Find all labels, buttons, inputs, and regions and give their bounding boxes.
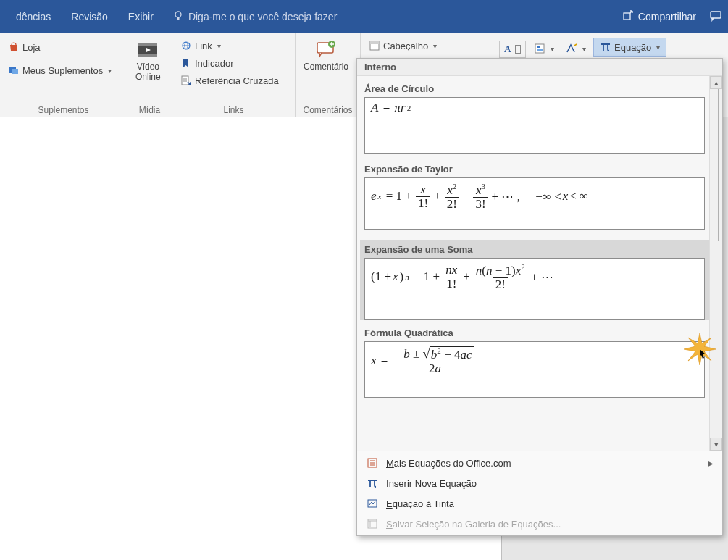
store-icon (8, 41, 20, 53)
wordart-icon (566, 43, 577, 54)
group-label-links: Links (177, 104, 290, 115)
gallery-footer: Mais Equações do Office.com ▶ Inserir No… (357, 451, 722, 535)
svg-rect-5 (12, 69, 18, 74)
header-button[interactable]: Cabeçalho ▾ (365, 38, 440, 54)
ink-equation-item[interactable]: Equação à Tinta (357, 493, 722, 514)
svg-rect-8 (138, 54, 157, 57)
wordart-button[interactable]: ▾ (562, 41, 590, 57)
insert-new-equation-item[interactable]: Inserir Nova Equação (357, 473, 722, 493)
chevron-down-icon: ▾ (582, 45, 586, 53)
bookmark-button[interactable]: Indicador (177, 55, 237, 71)
equation-card-binomial[interactable]: (1 + x)n = 1 + nx1!+ n(n − 1)x22!+ ⋯ (364, 258, 705, 320)
save-selection-label: Salvar Seleção na Galeria de Equações... (386, 519, 561, 530)
title-bar: dências Revisão Exibir Diga-me o que voc… (0, 0, 728, 33)
textbox-icon: A (504, 43, 511, 55)
chevron-down-icon: ▾ (108, 67, 112, 75)
text-box-button[interactable]: A (499, 41, 526, 58)
tell-me-search[interactable]: Diga-me o que você deseja fazer (172, 10, 337, 24)
comment-icon (314, 38, 338, 62)
online-video-button[interactable]: Vídeo Online (132, 36, 164, 84)
lightbulb-icon (172, 10, 184, 24)
my-addins-label: Meus Suplementos (22, 65, 103, 76)
group-label-addins: Suplementos (4, 104, 122, 115)
scroll-down-button[interactable]: ▾ (710, 438, 722, 451)
group-label-comments: Comentários (300, 104, 356, 115)
my-addins-button[interactable]: Meus Suplementos ▾ (4, 62, 115, 78)
equation-label: Equação (614, 42, 651, 53)
addins-icon (8, 64, 20, 76)
tell-me-placeholder: Diga-me o que você deseja fazer (188, 11, 337, 22)
share-button[interactable]: Compartilhar (622, 10, 696, 24)
more-equations-label: Mais Equações do Office.com (386, 458, 511, 469)
equation-title-taylor: Expansão de Taylor (364, 164, 705, 175)
cross-ref-label: Referência Cruzada (195, 75, 279, 86)
chevron-right-icon: ▶ (708, 459, 714, 467)
svg-rect-16 (535, 44, 544, 53)
equation-gallery: Interno Área de Círculo A = πr2 Expansão… (356, 58, 723, 536)
office-icon (366, 456, 379, 469)
link-button[interactable]: Link ▾ (177, 38, 225, 54)
scroll-thumb[interactable] (718, 89, 719, 241)
header-icon (369, 40, 380, 51)
bookmark-label: Indicador (195, 58, 233, 69)
save-gallery-icon (366, 517, 379, 530)
comment-label: Comentário (304, 62, 348, 72)
svg-rect-3 (711, 12, 721, 18)
insert-equation-label: Inserir Nova Equação (386, 478, 477, 489)
new-comment-button[interactable]: Comentário (300, 36, 352, 74)
bookmark-icon (180, 57, 192, 69)
store-button[interactable]: Loja (4, 39, 44, 55)
cross-reference-button[interactable]: Referência Cruzada (177, 72, 283, 88)
svg-rect-7 (138, 43, 157, 46)
svg-point-0 (175, 12, 181, 17)
gallery-section-header: Interno (357, 59, 722, 76)
svg-rect-11 (182, 76, 188, 85)
chevron-down-icon: ▾ (217, 42, 221, 50)
equation-card-quadratic[interactable]: x = −b ± √b2 − 4ac 2a (364, 341, 705, 398)
share-label: Compartilhar (638, 11, 696, 22)
equation-card-taylor[interactable]: ex = 1 + x1!+ x22!+ x33!+ ⋯ , −∞ < x < ∞ (364, 177, 705, 230)
tab-references[interactable]: dências (6, 5, 61, 28)
video-icon (136, 38, 159, 62)
svg-rect-1 (177, 17, 179, 20)
quickparts-icon (534, 43, 545, 54)
chevron-down-icon: ▾ (656, 43, 660, 51)
link-label: Link (195, 41, 212, 51)
svg-rect-18 (537, 49, 543, 51)
equation-title-binomial: Expansão de uma Soma (364, 244, 705, 255)
tab-view[interactable]: Exibir (118, 5, 164, 28)
comments-pane-icon[interactable] (709, 9, 722, 25)
svg-rect-15 (370, 41, 379, 44)
pi-icon (600, 41, 611, 53)
store-label: Loja (22, 42, 41, 53)
equation-card-circle-area[interactable]: A = πr2 (364, 97, 705, 154)
equation-title-circle: Área de Círculo (364, 83, 705, 94)
chevron-down-icon: ▾ (551, 45, 554, 53)
svg-rect-17 (537, 46, 540, 48)
equation-button[interactable]: Equação ▾ (593, 38, 666, 57)
link-icon (180, 40, 192, 51)
scroll-up-button[interactable]: ▴ (710, 76, 722, 89)
cross-ref-icon (180, 75, 192, 86)
pi-icon (366, 477, 379, 490)
tab-review[interactable]: Revisão (61, 5, 118, 28)
video-label-2: Online (135, 72, 161, 82)
header-label: Cabeçalho (383, 41, 428, 51)
video-label-1: Vídeo (137, 62, 159, 72)
share-icon (622, 10, 634, 24)
equation-title-quadratic: Fórmula Quadrática (364, 327, 705, 338)
chevron-down-icon: ▾ (433, 42, 437, 50)
quick-parts-button[interactable]: ▾ (530, 41, 558, 57)
more-equations-item[interactable]: Mais Equações do Office.com ▶ (357, 453, 722, 473)
ink-equation-label: Equação à Tinta (386, 498, 454, 509)
group-label-media: Mídia (132, 104, 167, 115)
ribbon-tabs: dências Revisão Exibir (6, 5, 164, 28)
equation-hover-block: Expansão de uma Soma (1 + x)n = 1 + nx1!… (360, 240, 709, 320)
save-selection-item: Salvar Seleção na Galeria de Equações... (357, 514, 722, 534)
ink-icon (366, 497, 379, 510)
gallery-scrollbar[interactable]: ▴ ▾ (709, 76, 722, 451)
svg-rect-2 (624, 13, 630, 20)
